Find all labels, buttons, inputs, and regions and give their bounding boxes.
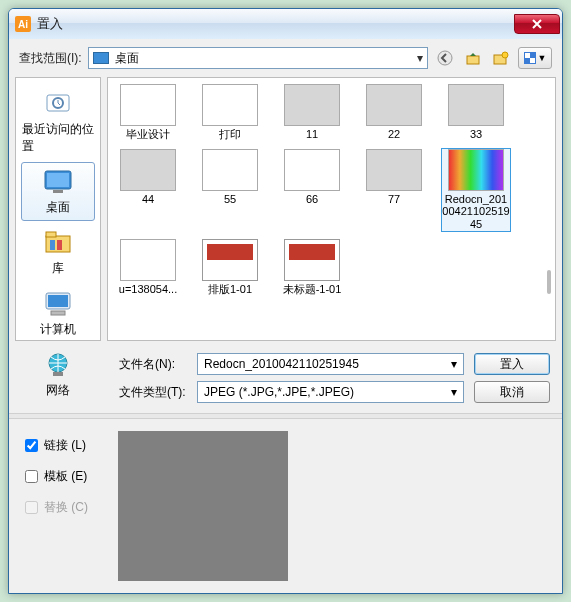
desktop-icon [40, 167, 76, 197]
replace-checkbox: 替换 (C) [25, 499, 88, 516]
place-label: 最近访问的位置 [22, 121, 94, 155]
replace-check-input [25, 501, 38, 514]
file-label: 打印 [219, 128, 241, 141]
thumbnail [120, 149, 176, 191]
file-item[interactable]: 未标题-1-01 [278, 239, 346, 296]
svg-rect-14 [48, 295, 68, 307]
close-icon [531, 19, 543, 29]
options-area: 链接 (L) 模板 (E) 替换 (C) [9, 419, 562, 593]
place-recent[interactable]: 最近访问的位置 [21, 84, 95, 160]
lookin-label: 查找范围(I): [19, 50, 82, 67]
chevron-down-icon: ▾ [417, 51, 423, 65]
file-item[interactable]: 66 [278, 149, 346, 231]
thumbnail [284, 239, 340, 281]
file-item[interactable]: 33 [442, 84, 510, 141]
template-checkbox[interactable]: 模板 (E) [25, 468, 88, 485]
place-computer[interactable]: 计算机 [21, 284, 95, 343]
file-item[interactable]: 44 [114, 149, 182, 231]
file-label: 22 [388, 128, 400, 141]
thumbnail [448, 84, 504, 126]
place-libraries[interactable]: 库 [21, 223, 95, 282]
back-button[interactable] [434, 47, 456, 69]
svg-point-3 [502, 52, 508, 58]
file-label: 66 [306, 193, 318, 206]
file-label: 未标题-1-01 [283, 283, 342, 296]
svg-rect-11 [50, 240, 55, 250]
file-grid: 毕业设计打印11223344556677Redocn_2010042110251… [108, 78, 555, 301]
preview-box [118, 431, 288, 581]
link-check-input[interactable] [25, 439, 38, 452]
window-title: 置入 [37, 15, 514, 33]
close-button[interactable] [514, 14, 560, 34]
file-item[interactable]: Redocn_2010042110251945 [442, 149, 510, 231]
computer-icon [40, 289, 76, 319]
new-folder-button[interactable] [490, 47, 512, 69]
thumbnail [202, 239, 258, 281]
new-folder-icon [493, 51, 509, 65]
template-check-input[interactable] [25, 470, 38, 483]
option-checks: 链接 (L) 模板 (E) 替换 (C) [25, 431, 88, 581]
place-dialog: Ai 置入 查找范围(I): 桌面 ▾ ▼ [8, 8, 563, 594]
thumbnail [284, 149, 340, 191]
chevron-down-icon: ▼ [538, 53, 547, 63]
file-pane[interactable]: 毕业设计打印11223344556677Redocn_2010042110251… [107, 77, 556, 341]
thumbnail [120, 239, 176, 281]
place-label: 库 [52, 260, 64, 277]
titlebar: Ai 置入 [9, 9, 562, 39]
chevron-down-icon: ▾ [451, 357, 457, 371]
replace-check-label: 替换 (C) [44, 499, 88, 516]
svg-rect-7 [47, 173, 69, 187]
file-item[interactable]: 77 [360, 149, 428, 231]
link-check-label: 链接 (L) [44, 437, 86, 454]
file-item[interactable]: u=138054... [114, 239, 182, 296]
thumbnail [120, 84, 176, 126]
svg-rect-15 [51, 311, 65, 315]
svg-rect-10 [46, 232, 56, 237]
file-item[interactable]: 打印 [196, 84, 264, 141]
file-item[interactable]: 55 [196, 149, 264, 231]
thumbnail [284, 84, 340, 126]
place-label: 计算机 [40, 321, 76, 338]
libraries-icon [40, 228, 76, 258]
file-label: 11 [306, 128, 318, 141]
filename-label: 文件名(N): [119, 356, 187, 373]
lookin-value: 桌面 [115, 50, 139, 67]
desktop-icon [93, 52, 109, 64]
app-icon: Ai [15, 16, 31, 32]
file-item[interactable]: 毕业设计 [114, 84, 182, 141]
link-checkbox[interactable]: 链接 (L) [25, 437, 88, 454]
place-desktop[interactable]: 桌面 [21, 162, 95, 221]
svg-rect-12 [57, 240, 62, 250]
thumbnail [366, 84, 422, 126]
file-item[interactable]: 11 [278, 84, 346, 141]
svg-rect-1 [467, 56, 479, 64]
places-bar: 最近访问的位置桌面库计算机网络 [15, 77, 101, 341]
filetype-value: JPEG (*.JPG,*.JPE,*.JPEG) [204, 385, 354, 399]
filename-value: Redocn_2010042110251945 [204, 357, 359, 371]
file-label: u=138054... [119, 283, 177, 296]
file-label: Redocn_2010042110251945 [442, 193, 510, 231]
filename-combo[interactable]: Redocn_2010042110251945 ▾ [197, 353, 464, 375]
lookin-combo[interactable]: 桌面 ▾ [88, 47, 428, 69]
thumbnail [202, 149, 258, 191]
file-label: 44 [142, 193, 154, 206]
up-folder-icon [466, 51, 480, 65]
file-label: 55 [224, 193, 236, 206]
file-label: 毕业设计 [126, 128, 170, 141]
up-level-button[interactable] [462, 47, 484, 69]
view-menu-button[interactable]: ▼ [518, 47, 552, 69]
filetype-combo[interactable]: JPEG (*.JPG,*.JPE,*.JPEG) ▾ [197, 381, 464, 403]
place-button[interactable]: 置入 [474, 353, 550, 375]
file-label: 33 [470, 128, 482, 141]
place-label: 桌面 [46, 199, 70, 216]
template-check-label: 模板 (E) [44, 468, 87, 485]
thumbnail [448, 149, 504, 191]
file-controls: 文件名(N): Redocn_2010042110251945 ▾ 置入 文件类… [9, 347, 562, 413]
view-grid-icon [524, 52, 536, 64]
chevron-down-icon: ▾ [451, 385, 457, 399]
filetype-label: 文件类型(T): [119, 384, 187, 401]
file-item[interactable]: 排版1-01 [196, 239, 264, 296]
cancel-button[interactable]: 取消 [474, 381, 550, 403]
file-item[interactable]: 22 [360, 84, 428, 141]
file-label: 77 [388, 193, 400, 206]
